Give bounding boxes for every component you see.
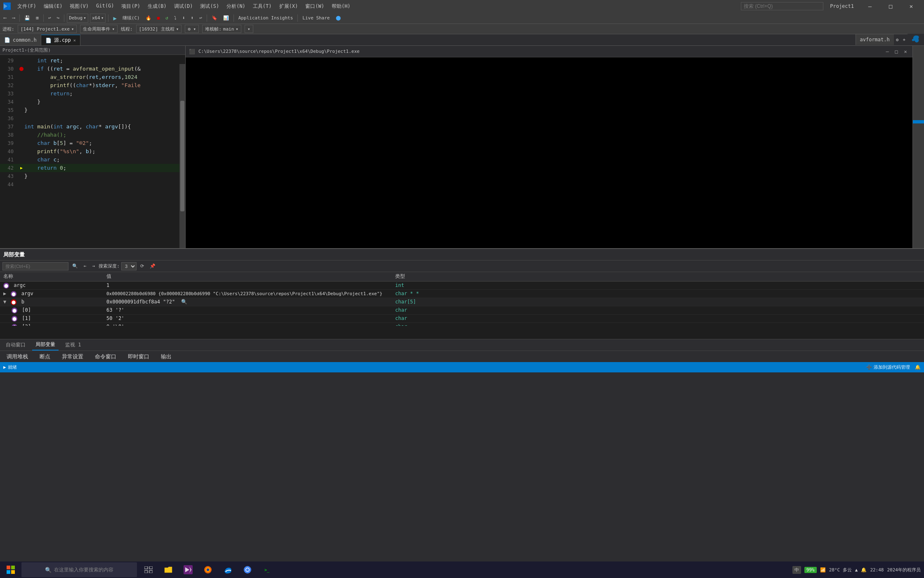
taskbar-search-bar[interactable]: 🔍 在这里输入你要搜索的内容	[21, 562, 137, 577]
refresh-btn[interactable]: ⟳	[138, 262, 146, 271]
menu-analyze[interactable]: 分析(N)	[223, 2, 249, 11]
debug-output[interactable]: 输出	[158, 351, 175, 362]
menu-debug[interactable]: 调试(D)	[171, 2, 196, 11]
hot-reload-btn[interactable]: 🔥	[144, 14, 153, 23]
taskbar-edge[interactable]	[219, 562, 236, 577]
tab-settings-btn[interactable]: ⚙	[894, 35, 901, 44]
table-row[interactable]: ▶ ⬤ argv 0x000002280b0d6980 {0x000002280…	[0, 289, 924, 298]
thread-dropdown[interactable]: [16932] 主线程 ▾	[136, 25, 182, 33]
diagnostic-btn[interactable]: 📊	[221, 14, 231, 23]
locals-search-input[interactable]	[2, 262, 68, 270]
input-method[interactable]: 中	[792, 566, 801, 574]
platform-dropdown[interactable]: x64 ▾	[90, 14, 106, 23]
table-row[interactable]: ▼ ⬤ b 0x00000091dfbcf8a4 "?2" 🔍 char[5]	[0, 298, 924, 306]
start-button[interactable]	[3, 562, 18, 577]
expand-icon[interactable]: ▼	[3, 299, 6, 305]
toolbar-save-btn[interactable]: 💾	[22, 14, 32, 23]
debug-tab-auto[interactable]: 自动窗口	[2, 340, 29, 351]
code-scroll-area[interactable]: 29 int ret; 30 if ((ret = avformat_open_…	[0, 55, 185, 248]
locals-search-icon[interactable]: 🔍	[70, 262, 80, 271]
table-row[interactable]: ⬤ [1] 50 '2' char	[0, 314, 924, 322]
debug-tab-watch[interactable]: 监视 1	[62, 340, 84, 351]
console-minimize-button[interactable]: —	[884, 48, 891, 55]
expand-icon[interactable]: ▶	[3, 291, 6, 296]
stack-extra-dropdown[interactable]: ▾	[245, 25, 253, 33]
process-dropdown[interactable]: [144] Project1.exe ▾	[18, 25, 77, 33]
toolbar-back-btn[interactable]: ⟵	[2, 14, 9, 23]
menu-git[interactable]: Git(G)	[93, 2, 117, 11]
lifecycle-dropdown[interactable]: 生命周期事件 ▾	[80, 25, 118, 33]
maximize-button[interactable]: □	[881, 0, 900, 12]
liveshare-btn[interactable]: Live Share	[300, 14, 332, 23]
menu-view[interactable]: 视图(V)	[66, 2, 92, 11]
taskbar-firefox[interactable]	[200, 562, 216, 577]
taskbar-file-explorer[interactable]	[160, 562, 177, 577]
locals-next-btn[interactable]: →	[90, 262, 97, 271]
tab-source-cpp[interactable]: 📄 源.cpp ✕	[41, 35, 80, 45]
bookmark-btn[interactable]: 🔖	[210, 14, 219, 23]
menu-help[interactable]: 帮助(H)	[328, 2, 354, 11]
continue-label[interactable]: 继续(C)	[120, 14, 142, 23]
step-into-btn[interactable]: ⬇	[180, 14, 187, 23]
locals-prev-btn[interactable]: ←	[82, 262, 89, 271]
locals-table-container[interactable]: 名称 值 类型 ⬤ argc 1 int ▶ ⬤	[0, 272, 924, 326]
debug-command[interactable]: 命令窗口	[92, 351, 120, 362]
taskbar-chrome[interactable]	[239, 562, 256, 577]
taskbar-task-view[interactable]	[140, 562, 157, 577]
table-row[interactable]: ⬤ [0] 63 '?' char	[0, 306, 924, 314]
scrollbar-thumb[interactable]	[180, 101, 184, 211]
console-close-button[interactable]: ✕	[902, 48, 909, 55]
filter-dropdown[interactable]: ⚙ ▾	[185, 25, 199, 33]
toolbar-saveall-btn[interactable]: ⊞	[34, 14, 41, 23]
minimize-button[interactable]: —	[860, 0, 879, 12]
menu-file[interactable]: 文件(F)	[14, 2, 40, 11]
continue-button[interactable]: ▶	[111, 14, 118, 23]
toolbar-redo-btn[interactable]: ↪	[55, 14, 62, 23]
step-back-btn[interactable]: ↩	[197, 14, 204, 23]
debug-immediate[interactable]: 即时窗口	[125, 351, 153, 362]
row-icon: ⬤	[12, 324, 17, 326]
debug-exceptions[interactable]: 异常设置	[59, 351, 87, 362]
tab-common-h[interactable]: 📄 common.h	[0, 35, 41, 45]
depth-select[interactable]: 31245	[121, 262, 137, 270]
callstack-dropdown[interactable]: 堆栈帧: main ▾	[202, 25, 241, 33]
menu-test[interactable]: 测试(S)	[197, 2, 222, 11]
debug-tab-locals[interactable]: 局部变量	[32, 340, 59, 351]
toolbar-forward-btn[interactable]: ⟶	[10, 14, 17, 23]
tab-avformat-h[interactable]: avformat.h	[856, 34, 894, 45]
close-button[interactable]: ✕	[902, 0, 921, 12]
global-search-input[interactable]	[741, 2, 823, 10]
code-editor: Project1 › (全局范围) 29 int ret; 30 if ((re…	[0, 46, 186, 248]
liveshare-icon[interactable]: ⬤	[334, 14, 343, 23]
stop-btn[interactable]: ■	[155, 14, 162, 23]
status-bell[interactable]: 🔔	[915, 365, 921, 370]
menu-extensions[interactable]: 扩展(X)	[276, 2, 302, 11]
menu-window[interactable]: 窗口(W)	[302, 2, 328, 11]
console-maximize-button[interactable]: □	[893, 48, 900, 55]
depth-label: 搜索深度:	[99, 263, 120, 269]
code-scrollbar[interactable]	[179, 64, 185, 248]
table-row[interactable]: ⬤ [2] 0 '\0' char	[0, 322, 924, 326]
console-output[interactable]	[186, 57, 912, 248]
toolbar-undo-btn[interactable]: ↩	[46, 14, 53, 23]
menu-project[interactable]: 项目(P)	[118, 2, 144, 11]
step-out-btn[interactable]: ⬆	[189, 14, 196, 23]
pin-btn[interactable]: 📌	[148, 262, 158, 271]
close-icon[interactable]: ✕	[73, 38, 76, 43]
debug-breakpoints[interactable]: 断点	[36, 351, 54, 362]
live-share-dove-icon[interactable]	[908, 34, 924, 45]
taskbar-terminal[interactable]: >_	[259, 562, 276, 577]
debug-callstack[interactable]: 调用堆栈	[3, 351, 31, 362]
menu-build[interactable]: 生成(B)	[144, 2, 170, 11]
menu-tools[interactable]: 工具(T)	[250, 2, 275, 11]
restart-btn[interactable]: ↺	[163, 14, 170, 23]
status-add-source[interactable]: ➕ 添加到源代码管理	[866, 364, 910, 370]
table-row[interactable]: ⬤ argc 1 int	[0, 281, 924, 289]
magnify-icon[interactable]: 🔍	[181, 299, 187, 305]
menu-edit[interactable]: 编辑(E)	[40, 2, 66, 11]
appinsights-btn[interactable]: Application Insights	[236, 14, 295, 23]
step-over-btn[interactable]: ⤵	[172, 14, 179, 23]
taskbar-vs-app[interactable]	[180, 562, 196, 577]
tab-add-btn[interactable]: +	[900, 35, 908, 44]
debug-config-dropdown[interactable]: Debug ▾	[67, 14, 88, 23]
